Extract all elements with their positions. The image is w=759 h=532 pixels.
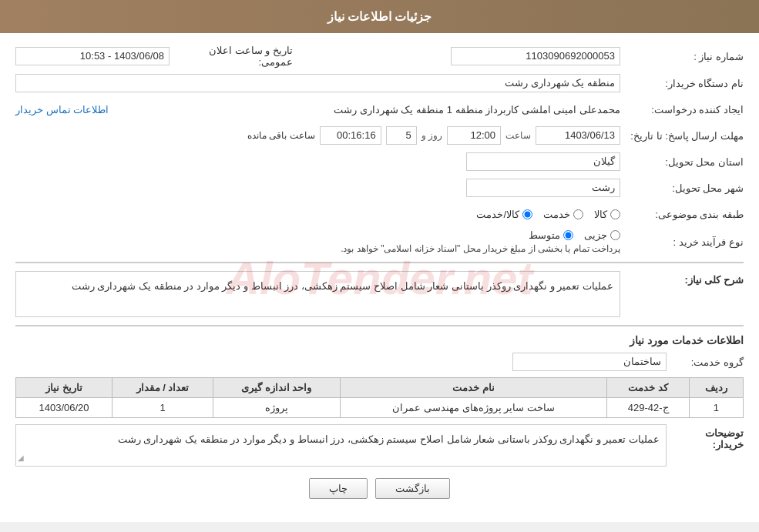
process-row: نوع فرآیند خرید : جزیی متوسط پرداخت تمام… <box>15 229 744 254</box>
general-desc-row: شرح کلی نیاز: عملیات تعمیر و نگهداری روک… <box>15 271 744 317</box>
creator-value: محمدعلی امینی املشی کاربرداز منطقه 1 منط… <box>115 104 620 115</box>
category-group: کالا خدمت کالا/خدمت <box>476 209 620 220</box>
table-header-row: ردیف کد خدمت نام خدمت واحد اندازه گیری ت… <box>16 378 744 398</box>
resize-icon: ◢ <box>18 451 24 464</box>
process-motavasset-label: متوسط <box>529 229 560 241</box>
buyer-desc-row: توضیحات خریدار: عملیات تعمیر و نگهداری ر… <box>15 424 744 467</box>
divider-1 <box>15 262 744 263</box>
general-desc-label: شرح کلی نیاز: <box>620 271 744 286</box>
services-table-header: ردیف کد خدمت نام خدمت واحد اندازه گیری ت… <box>16 378 744 398</box>
category-kala-label: کالا <box>594 209 607 220</box>
services-table-body: 1ج-42-429ساخت سایر پروژه‌های مهندسی عمرا… <box>16 398 744 418</box>
process-motavasset[interactable]: متوسط <box>529 229 573 241</box>
category-option-kala[interactable]: کالا <box>594 209 620 220</box>
group-row: گروه خدمت: ساختمان <box>15 353 744 371</box>
table-cell: ساخت سایر پروژه‌های مهندسی عمران <box>340 398 607 418</box>
creator-label: ایجاد کننده درخواست: <box>620 104 744 115</box>
creator-link[interactable]: اطلاعات تماس خریدار <box>15 104 109 115</box>
action-buttons: بازگشت چاپ <box>15 478 744 510</box>
city-value: رشت <box>466 179 620 197</box>
process-jozii[interactable]: جزیی <box>584 229 620 241</box>
buyer-org-label: نام دستگاه خریدار: <box>620 78 744 89</box>
buyer-desc-value: عملیات تعمیر و نگهداری روکذر باستانی شعا… <box>15 424 667 467</box>
remaining-time: 00:16:16 <box>320 126 381 145</box>
process-label: نوع فرآیند خرید : <box>620 236 744 248</box>
creator-row: ایجاد کننده درخواست: محمدعلی امینی املشی… <box>15 99 744 120</box>
services-info-title: اطلاعات خدمات مورد نیاز <box>15 334 744 346</box>
category-option-both[interactable]: کالا/خدمت <box>476 209 532 220</box>
table-cell: 1403/06/20 <box>16 398 113 418</box>
col-code: کد خدمت <box>607 378 689 398</box>
deadline-time: 12:00 <box>447 126 501 145</box>
back-button[interactable]: بازگشت <box>375 478 450 499</box>
page-header: جزئیات اطلاعات نیاز <box>0 0 759 33</box>
deadline-time-label: ساعت <box>505 130 531 141</box>
buyer-org-row: نام دستگاه خریدار: منطقه یک شهرداری رشت <box>15 72 744 94</box>
public-announce-value: 1403/06/08 - 10:53 <box>15 47 170 65</box>
need-number-value: 1103090692000053 <box>451 47 620 65</box>
province-label: استان محل تحویل: <box>620 156 744 168</box>
divider-2 <box>15 325 744 326</box>
buyer-desc-label: توضیحات خریدار: <box>667 424 744 450</box>
col-qty: تعداد / مقدار <box>113 378 213 398</box>
need-number-row: شماره نیاز : 1103090692000053 تاریخ و سا… <box>15 45 744 68</box>
print-button[interactable]: چاپ <box>309 478 368 499</box>
need-number-label: شماره نیاز : <box>620 51 744 62</box>
province-row: استان محل تحویل: گیلان <box>15 151 744 172</box>
public-announce-label: تاریخ و ساعت اعلان عمومی: <box>170 45 293 68</box>
buyer-org-value: منطقه یک شهرداری رشت <box>15 74 620 92</box>
city-label: شهر محل تحویل: <box>620 182 744 194</box>
category-label: طبقه بندی موضوعی: <box>620 209 744 220</box>
services-table: ردیف کد خدمت نام خدمت واحد اندازه گیری ت… <box>15 377 744 418</box>
col-name: نام خدمت <box>340 378 607 398</box>
page-title: جزئیات اطلاعات نیاز <box>327 10 432 23</box>
group-label: گروه خدمت: <box>667 356 744 368</box>
send-date-row: مهلت ارسال پاسخ: تا تاریخ: 1403/06/13 سا… <box>15 125 744 146</box>
remaining-label: ساعت باقی مانده <box>247 130 315 141</box>
table-cell: 1 <box>113 398 213 418</box>
deadline-days: 5 <box>386 126 417 145</box>
category-khedmat-label: خدمت <box>543 209 570 220</box>
col-date: تاریخ نیاز <box>16 378 113 398</box>
deadline-date: 1403/06/13 <box>536 126 620 145</box>
category-row: طبقه بندی موضوعی: کالا خدمت کالا/خدمت <box>15 203 744 225</box>
process-group: جزیی متوسط <box>529 229 620 241</box>
table-cell: پروژه <box>213 398 340 418</box>
deadline-days-label: روز و <box>421 130 442 141</box>
process-jozii-label: جزیی <box>584 229 607 241</box>
city-row: شهر محل تحویل: رشت <box>15 177 744 199</box>
process-note: پرداخت تمام یا بخشی از مبلغ خریدار محل "… <box>341 243 620 254</box>
col-row: ردیف <box>689 378 743 398</box>
send-date-label: مهلت ارسال پاسخ: تا تاریخ: <box>620 130 744 142</box>
general-desc-value: عملیات تعمیر و نگهداری روکذر باستانی شعا… <box>15 271 620 317</box>
category-both-label: کالا/خدمت <box>476 209 519 220</box>
col-unit: واحد اندازه گیری <box>213 378 340 398</box>
table-row: 1ج-42-429ساخت سایر پروژه‌های مهندسی عمرا… <box>16 398 744 418</box>
category-option-khedmat[interactable]: خدمت <box>543 209 583 220</box>
province-value: گیلان <box>466 152 620 171</box>
table-cell: 1 <box>689 398 743 418</box>
group-value: ساختمان <box>512 353 667 371</box>
table-cell: ج-42-429 <box>607 398 689 418</box>
